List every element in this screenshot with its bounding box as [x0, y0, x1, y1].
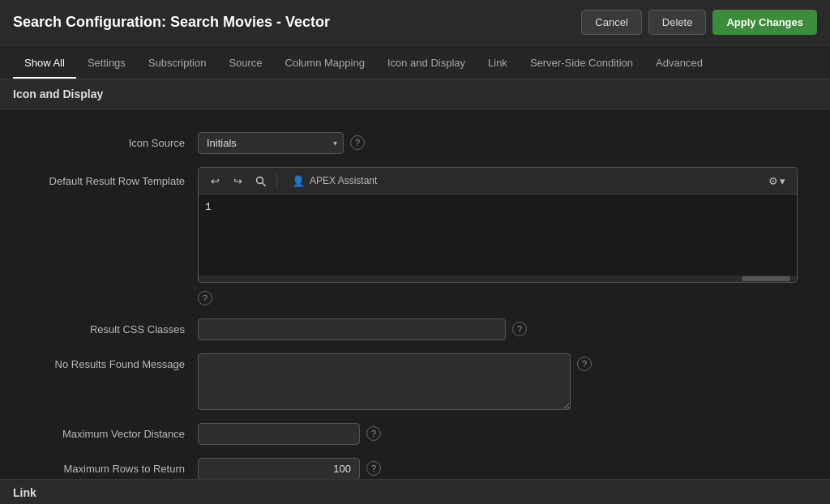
section-link-header: Link: [0, 479, 830, 504]
delete-button[interactable]: Delete: [648, 10, 707, 35]
no-results-row: No Results Found Message ?: [0, 347, 830, 416]
content-area: Icon Source Initials Icon Class URL Colu…: [0, 109, 830, 479]
redo-button[interactable]: ↪: [228, 171, 247, 190]
editor-body[interactable]: 1: [199, 194, 797, 275]
header-actions: Cancel Delete Apply Changes: [581, 10, 817, 35]
template-editor: ↩ ↪ 👤 APEX Assistant ⚙: [198, 167, 798, 283]
max-vector-row: Maximum Vector Distance ?: [0, 416, 830, 451]
icon-source-label: Icon Source: [19, 132, 198, 149]
search-button[interactable]: [250, 171, 270, 190]
max-rows-row: Maximum Rows to Return ?: [0, 451, 830, 479]
template-label: Default Result Row Template: [19, 167, 198, 187]
tab-subscription[interactable]: Subscription: [137, 49, 218, 79]
toolbar-divider: [276, 173, 277, 188]
max-rows-input[interactable]: [198, 458, 360, 479]
apex-assistant-label: APEX Assistant: [310, 175, 377, 186]
icon-source-select[interactable]: Initials Icon Class URL Column None: [198, 132, 344, 154]
tab-column-mapping[interactable]: Column Mapping: [274, 49, 376, 79]
apex-assistant-button[interactable]: 👤 APEX Assistant: [284, 173, 385, 190]
tab-show-all[interactable]: Show All: [13, 49, 76, 79]
scrollbar-thumb: [742, 276, 790, 281]
no-results-controls: ?: [198, 353, 811, 410]
no-results-help-icon[interactable]: ?: [577, 357, 592, 371]
template-controls: ↩ ↪ 👤 APEX Assistant ⚙: [198, 167, 811, 305]
user-icon: 👤: [292, 175, 305, 187]
max-rows-controls: ?: [198, 458, 811, 479]
template-help-icon[interactable]: ?: [198, 291, 212, 305]
undo-button[interactable]: ↩: [205, 171, 225, 190]
gear-icon: ⚙: [768, 175, 778, 187]
apply-changes-button[interactable]: Apply Changes: [712, 10, 817, 35]
icon-source-select-wrap: Initials Icon Class URL Column None ▾: [198, 132, 344, 154]
cancel-button[interactable]: Cancel: [581, 10, 641, 35]
css-classes-row: Result CSS Classes ?: [0, 312, 830, 347]
svg-point-0: [256, 177, 263, 183]
css-classes-help-icon[interactable]: ?: [512, 322, 527, 336]
section-icon-display-header: Icon and Display: [0, 79, 830, 109]
tab-link[interactable]: Link: [477, 49, 519, 79]
max-rows-help-icon[interactable]: ?: [366, 461, 381, 476]
editor-settings-button[interactable]: ⚙ ▾: [764, 173, 790, 190]
max-rows-label: Maximum Rows to Return: [19, 458, 198, 475]
tab-settings[interactable]: Settings: [76, 49, 137, 79]
max-vector-label: Maximum Vector Distance: [19, 423, 198, 440]
svg-line-1: [263, 183, 266, 186]
max-vector-input[interactable]: [198, 423, 360, 445]
nav-tabs: Show All Settings Subscription Source Co…: [0, 45, 830, 79]
expand-icon: ▾: [780, 175, 785, 187]
css-classes-controls: ?: [198, 318, 811, 340]
no-results-label: No Results Found Message: [19, 353, 198, 370]
editor-toolbar: ↩ ↪ 👤 APEX Assistant ⚙: [199, 168, 797, 194]
editor-scrollbar[interactable]: [199, 275, 797, 282]
css-classes-input[interactable]: [198, 318, 506, 340]
tab-server-side-condition[interactable]: Server-Side Condition: [519, 49, 644, 79]
tab-advanced[interactable]: Advanced: [644, 49, 714, 79]
template-row: Default Result Row Template ↩ ↪ 👤: [0, 160, 830, 312]
icon-source-controls: Initials Icon Class URL Column None ▾ ?: [198, 132, 811, 154]
icon-source-help-icon[interactable]: ?: [350, 135, 365, 150]
max-vector-help-icon[interactable]: ?: [366, 426, 381, 441]
no-results-textarea[interactable]: [198, 353, 571, 410]
tab-icon-and-display[interactable]: Icon and Display: [376, 49, 477, 79]
template-content: 1: [205, 201, 212, 213]
tab-source[interactable]: Source: [217, 49, 273, 79]
app-header: Search Configuration: Search Movies - Ve…: [0, 0, 830, 45]
page-title: Search Configuration: Search Movies - Ve…: [13, 14, 330, 31]
css-classes-label: Result CSS Classes: [19, 318, 198, 335]
icon-source-row: Icon Source Initials Icon Class URL Colu…: [0, 126, 830, 160]
max-vector-controls: ?: [198, 423, 811, 445]
